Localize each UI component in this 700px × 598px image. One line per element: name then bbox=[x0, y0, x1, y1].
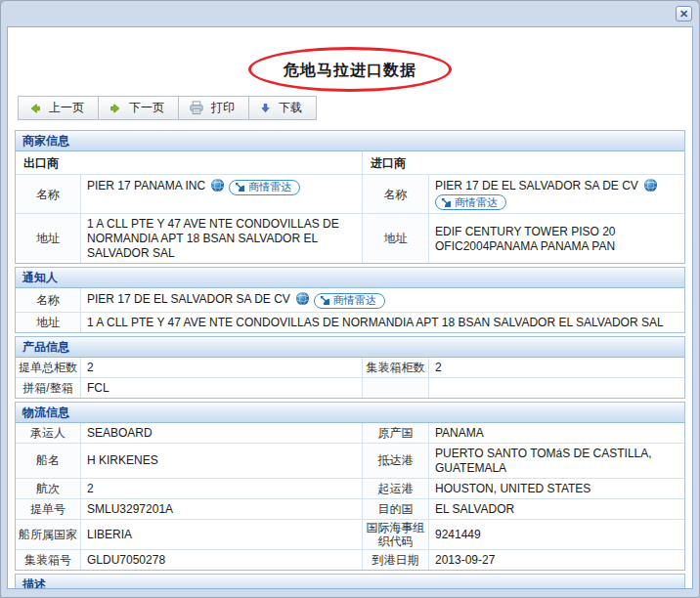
field-label: 提单号 bbox=[16, 499, 81, 519]
field-value bbox=[429, 378, 684, 398]
field-value: 2 bbox=[429, 358, 684, 377]
exporter-name-value: PIER 17 PANAMA INC商情雷达 bbox=[81, 175, 363, 213]
download-button[interactable]: 下载 bbox=[248, 96, 317, 120]
dialog-window: ✕ 危地马拉进口数据 上一页 下一页 bbox=[0, 0, 700, 598]
field-label: 拼箱/整箱 bbox=[16, 378, 81, 398]
arrow-down-icon bbox=[259, 102, 272, 114]
title-area: 危地马拉进口数据 bbox=[8, 27, 692, 90]
table-row: 提单号 SMLU3297201A 目的国 EL SALVADOR bbox=[16, 498, 684, 519]
field-label: 船名 bbox=[16, 444, 81, 478]
field-value: 2013-09-27 bbox=[429, 550, 684, 570]
radar-badge-label: 商情雷达 bbox=[333, 293, 376, 308]
next-page-button[interactable]: 下一页 bbox=[98, 96, 179, 120]
field-value: EL SALVADOR bbox=[429, 499, 684, 519]
merchant-subheader-row: 出口商 进口商 bbox=[16, 151, 684, 174]
globe-icon[interactable] bbox=[643, 178, 658, 192]
table-row: 集装箱号 GLDU7050278 到港日期 2013-09-27 bbox=[16, 549, 684, 570]
toolbar: 上一页 下一页 打印 下载 bbox=[18, 96, 692, 120]
shangqing-radar-badge[interactable]: 商情雷达 bbox=[314, 293, 385, 309]
notify-name-row: 名称 PIER 17 DE EL SALVADOR SA DE CV商情雷达 bbox=[16, 288, 684, 312]
field-label: 集装箱号 bbox=[16, 550, 81, 570]
section-header-notify: 通知人 bbox=[16, 268, 684, 288]
table-row: 承运人 SEABOARD 原产国 PANAMA bbox=[16, 423, 684, 443]
print-label: 打印 bbox=[211, 100, 235, 116]
section-logistics-info: 物流信息 承运人 SEABOARD 原产国 PANAMA 船名 H KIRKEN… bbox=[15, 402, 685, 571]
close-button[interactable]: ✕ bbox=[676, 6, 692, 21]
merchant-name-row: 名称 PIER 17 PANAMA INC商情雷达 名称 PIER 17 DE … bbox=[16, 174, 684, 213]
dialog-body: 危地马拉进口数据 上一页 下一页 打印 bbox=[7, 26, 693, 589]
section-notify-party: 通知人 名称 PIER 17 DE EL SALVADOR SA DE CV商情… bbox=[15, 267, 685, 333]
next-page-label: 下一页 bbox=[129, 100, 164, 116]
merchant-address-row: 地址 1 A CLL PTE Y 47 AVE NTE CONDOVILLAS … bbox=[16, 213, 684, 263]
importer-address-label: 地址 bbox=[363, 214, 429, 263]
field-value: SEABOARD bbox=[81, 423, 363, 443]
globe-icon[interactable] bbox=[210, 178, 225, 192]
table-row: 船名 H KIRKENES 抵达港 PUERTO SANTO TOMáS DE … bbox=[16, 443, 684, 478]
table-row: 船所属国家 LIBERIA 国际海事组织代码 9241449 bbox=[16, 519, 684, 549]
importer-address-value: EDIF CENTURY TOWER PISO 20 OFIC2004PANAM… bbox=[429, 214, 684, 263]
field-value: FCL bbox=[81, 378, 363, 398]
section-header-logistics: 物流信息 bbox=[16, 403, 684, 423]
arrow-left-icon bbox=[28, 102, 42, 115]
printer-icon bbox=[189, 101, 204, 115]
importer-name-label: 名称 bbox=[363, 175, 429, 213]
field-value: LIBERIA bbox=[81, 520, 363, 549]
radar-icon bbox=[235, 182, 245, 192]
globe-icon[interactable] bbox=[295, 291, 310, 306]
importer-name-value: PIER 17 DE EL SALVADOR SA DE CV商情雷达 bbox=[429, 175, 684, 213]
field-value: 2 bbox=[81, 358, 363, 377]
exporter-name-label: 名称 bbox=[16, 175, 81, 213]
exporter-address-label: 地址 bbox=[16, 214, 81, 263]
field-value: PUERTO SANTO TOMáS DE CASTILLA, GUATEMAL… bbox=[429, 444, 684, 478]
notify-address-value: 1 A CLL PTE Y 47 AVE NTE CONDOVILLAS DE … bbox=[81, 313, 684, 332]
field-label: 目的国 bbox=[363, 499, 429, 519]
table-row: 拼箱/整箱 FCL bbox=[16, 377, 684, 398]
notify-name-value: PIER 17 DE EL SALVADOR SA DE CV商情雷达 bbox=[81, 288, 684, 312]
section-merchant-info: 商家信息 出口商 进口商 名称 PIER 17 PANAMA INC商情雷达 名… bbox=[15, 130, 685, 264]
field-value: GLDU7050278 bbox=[81, 550, 363, 570]
field-label: 集装箱柜数 bbox=[363, 358, 429, 377]
exporter-address-value: 1 A CLL PTE Y 47 AVE NTE CONDOVILLAS DE … bbox=[81, 214, 363, 263]
prev-page-label: 上一页 bbox=[49, 100, 84, 116]
exporter-name-text: PIER 17 PANAMA INC bbox=[87, 179, 205, 192]
notify-address-label: 地址 bbox=[16, 313, 81, 332]
field-value: SMLU3297201A bbox=[81, 499, 363, 519]
section-header-description: 描述 bbox=[16, 575, 684, 590]
section-product-info: 产品信息 提单总柜数 2 集装箱柜数 2 拼箱/整箱 FCL bbox=[15, 336, 685, 399]
radar-icon bbox=[320, 295, 330, 306]
arrow-right-icon bbox=[109, 102, 122, 115]
importer-header: 进口商 bbox=[363, 151, 684, 174]
field-label: 抵达港 bbox=[363, 444, 429, 478]
radar-badge-label: 商情雷达 bbox=[248, 180, 291, 194]
notify-address-row: 地址 1 A CLL PTE Y 47 AVE NTE CONDOVILLAS … bbox=[16, 312, 684, 332]
print-button[interactable]: 打印 bbox=[178, 96, 249, 120]
radar-icon bbox=[441, 197, 452, 208]
field-value: 2 bbox=[81, 479, 363, 498]
field-value: H KIRKENES bbox=[81, 444, 363, 478]
exporter-header: 出口商 bbox=[16, 151, 363, 174]
page-title: 危地马拉进口数据 bbox=[8, 61, 692, 81]
shangqing-radar-badge[interactable]: 商情雷达 bbox=[435, 194, 506, 210]
field-label: 国际海事组织代码 bbox=[363, 520, 429, 549]
importer-name-text: PIER 17 DE EL SALVADOR SA DE CV bbox=[435, 179, 638, 192]
notify-name-label: 名称 bbox=[16, 288, 81, 312]
shangqing-radar-badge[interactable]: 商情雷达 bbox=[229, 180, 300, 195]
field-label: 原产国 bbox=[363, 423, 429, 443]
field-label: 船所属国家 bbox=[16, 520, 81, 549]
table-row: 提单总柜数 2 集装箱柜数 2 bbox=[16, 358, 684, 377]
field-value: PANAMA bbox=[429, 423, 684, 443]
field-label: 起运港 bbox=[363, 479, 429, 498]
field-label: 航次 bbox=[16, 479, 81, 498]
close-icon: ✕ bbox=[679, 8, 688, 20]
section-description: 描述 产品描述 BULTOSPISTOLA DE AIRE TUBO LED P… bbox=[15, 574, 685, 590]
field-label: 承运人 bbox=[16, 423, 81, 443]
radar-badge-label: 商情雷达 bbox=[455, 195, 498, 210]
field-label: 到港日期 bbox=[363, 550, 429, 570]
section-header-product: 产品信息 bbox=[16, 337, 684, 358]
prev-page-button[interactable]: 上一页 bbox=[18, 96, 99, 120]
table-row: 航次 2 起运港 HOUSTON, UNITED STATES bbox=[16, 478, 684, 498]
record-detail: 商家信息 出口商 进口商 名称 PIER 17 PANAMA INC商情雷达 名… bbox=[8, 130, 692, 589]
field-value: HOUSTON, UNITED STATES bbox=[429, 479, 684, 498]
dialog-titlebar: ✕ bbox=[1, 1, 699, 26]
field-label: 提单总柜数 bbox=[16, 358, 81, 377]
